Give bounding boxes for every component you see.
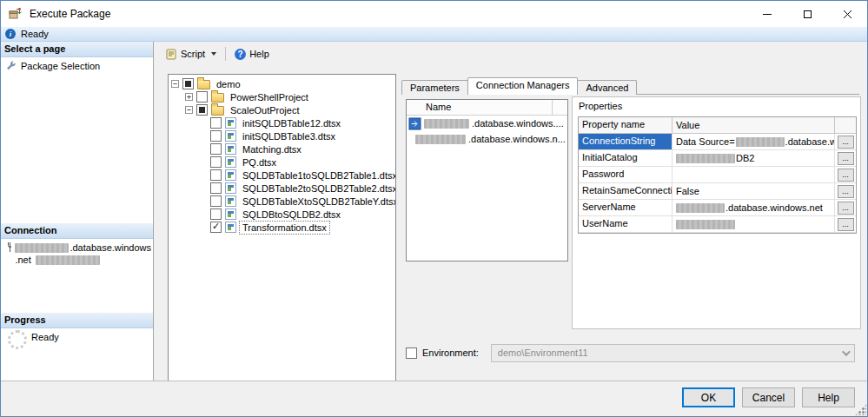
property-name-cell[interactable]: InitialCatalog — [579, 150, 673, 166]
chevron-down-icon — [211, 52, 216, 56]
tree-item-label[interactable]: initSQLDBTable3.dtsx — [240, 130, 338, 142]
tree-checkbox[interactable] — [210, 156, 222, 168]
tree-item[interactable]: demo — [169, 77, 395, 90]
connection-manager-row[interactable]: .database.windows.... — [407, 116, 567, 131]
tree-checkbox[interactable] — [210, 169, 222, 181]
status-text: Ready — [21, 29, 49, 39]
cancel-button[interactable]: Cancel — [742, 387, 795, 407]
tab-advanced[interactable]: Advanced — [577, 80, 637, 95]
tree-item-label[interactable]: SQLDBTable1toSQLDB2Table1.dtsx — [240, 169, 396, 182]
expander-icon[interactable] — [171, 80, 179, 88]
tree-checkbox[interactable] — [210, 182, 222, 194]
tree-checkbox[interactable] — [210, 208, 222, 220]
help-button[interactable]: Help — [802, 387, 855, 407]
property-value-cell[interactable]: Data Source=.database.w... — [673, 134, 835, 149]
tree-checkbox[interactable] — [210, 222, 222, 233]
tree-item[interactable]: initSQLDBTable12.dtsx — [169, 116, 395, 129]
tree-item[interactable]: Transformation.dtsx — [169, 221, 395, 234]
property-row[interactable]: UserName — [579, 216, 856, 233]
tree-item[interactable]: PQ.dtsx — [169, 156, 395, 169]
property-row[interactable]: InitialCatalog DB2 — [579, 150, 856, 167]
close-button[interactable] — [827, 1, 867, 27]
tree-item[interactable]: PowerShellProject — [169, 90, 395, 103]
tree-item-label[interactable]: SQLDBTable2toSQLDB2Table2.dtsx — [240, 182, 396, 195]
property-actions-cell — [835, 216, 856, 232]
tree-item[interactable]: Matching.dtsx — [169, 142, 395, 156]
property-value-cell[interactable]: .database.windows.net — [673, 200, 835, 215]
expander-icon[interactable] — [185, 106, 193, 114]
tab-strip: Parameters Connection Managers Advanced — [401, 77, 636, 95]
package-tree[interactable]: demo PowerShellProject ScaleOutProject i… — [168, 74, 396, 382]
ellipsis-button[interactable] — [838, 152, 854, 165]
redacted-text — [676, 220, 735, 229]
ellipsis-button[interactable] — [838, 202, 854, 215]
tree-checkbox[interactable] — [196, 91, 208, 103]
tree-checkbox[interactable] — [196, 104, 208, 116]
property-name-cell[interactable]: ServerName — [579, 200, 673, 215]
tree-item-label[interactable]: demo — [214, 78, 243, 90]
help-toolbar-button[interactable]: Help — [229, 45, 275, 63]
ellipsis-button[interactable] — [838, 218, 854, 231]
tree-item-label[interactable]: Matching.dtsx — [240, 143, 304, 156]
dtsx-package-icon — [225, 208, 236, 220]
tree-item[interactable]: SQLDBTableXtoSQLDB2TableY.dtsx — [169, 195, 395, 208]
redacted-text — [36, 255, 100, 265]
tree-checkbox[interactable] — [210, 195, 222, 207]
tree-checkbox[interactable] — [210, 117, 222, 129]
connection-entry[interactable]: .database.windows .net — [6, 242, 151, 266]
ellipsis-button[interactable] — [838, 136, 854, 149]
dtsx-package-icon — [225, 195, 236, 207]
minimize-button[interactable] — [747, 1, 787, 27]
footer-buttons: OK Cancel Help — [682, 387, 855, 407]
connection-name: .database.windows .net — [15, 242, 151, 266]
tree-item[interactable]: ScaleOutProject — [169, 103, 395, 116]
tree-item-label[interactable]: ScaleOutProject — [228, 104, 301, 116]
expander-icon[interactable] — [185, 93, 193, 101]
tab-connection-managers[interactable]: Connection Managers — [467, 77, 579, 95]
tree-item[interactable]: SQLDBTable2toSQLDB2Table2.dtsx — [169, 182, 395, 195]
property-actions-cell — [835, 167, 856, 182]
title-bar: Execute Package — [1, 1, 867, 27]
tree-item-label[interactable]: SQLDBtoSQLDB2.dtsx — [240, 208, 343, 221]
tree-item[interactable]: initSQLDBTable3.dtsx — [169, 129, 395, 142]
maximize-button[interactable] — [787, 1, 827, 27]
tree-item-label[interactable]: SQLDBTableXtoSQLDB2TableY.dtsx — [240, 195, 396, 208]
property-row[interactable]: Password — [579, 167, 856, 183]
property-value-cell[interactable] — [673, 167, 835, 182]
tab-parameters[interactable]: Parameters — [401, 80, 468, 95]
property-row[interactable]: ServerName .database.windows.net — [579, 200, 856, 216]
property-name-cell[interactable]: Password — [579, 167, 673, 182]
property-name-cell[interactable]: ConnectionString — [579, 134, 673, 149]
redacted-text — [676, 203, 725, 213]
ellipsis-button[interactable] — [838, 185, 854, 198]
resize-grip[interactable] — [855, 404, 866, 415]
tree-item-label[interactable]: PowerShellProject — [228, 91, 311, 103]
sidebar: Select a page Package Selection Connecti… — [1, 42, 154, 381]
window-title: Execute Package — [30, 8, 110, 20]
property-value-cell[interactable]: False — [673, 183, 835, 199]
property-value-cell[interactable] — [673, 216, 835, 232]
environment-checkbox[interactable] — [406, 348, 417, 359]
tree-item-label[interactable]: Transformation.dtsx — [240, 222, 329, 234]
tree-checkbox[interactable] — [182, 78, 194, 89]
connection-manager-list[interactable]: Name .database.windows.... .database.win… — [406, 99, 568, 261]
ellipsis-button[interactable] — [838, 169, 854, 182]
tree-item[interactable]: SQLDBTable1toSQLDB2Table1.dtsx — [169, 169, 395, 182]
ok-button[interactable]: OK — [682, 387, 735, 407]
property-value-cell[interactable]: DB2 — [673, 150, 835, 166]
tree-checkbox[interactable] — [210, 143, 222, 155]
property-row[interactable]: RetainSameConnection False — [579, 183, 856, 200]
properties-grid: Property name Value ConnectionString Dat… — [578, 116, 857, 234]
progress-header: Progress — [1, 313, 153, 328]
tree-item[interactable]: SQLDBtoSQLDB2.dtsx — [169, 208, 395, 221]
property-name-cell[interactable]: RetainSameConnection — [579, 183, 673, 199]
tree-item-label[interactable]: PQ.dtsx — [240, 156, 279, 169]
script-button[interactable]: Script — [160, 45, 222, 63]
property-row[interactable]: ConnectionString Data Source=.database.w… — [579, 134, 856, 150]
connection-manager-row[interactable]: .database.windows.n... — [407, 131, 567, 147]
tree-item-label[interactable]: initSQLDBTable12.dtsx — [240, 117, 343, 129]
value-column-header: Value — [673, 117, 835, 133]
property-name-cell[interactable]: UserName — [579, 216, 673, 232]
tree-checkbox[interactable] — [210, 130, 222, 142]
sidebar-item-package-selection[interactable]: Package Selection — [6, 61, 100, 71]
